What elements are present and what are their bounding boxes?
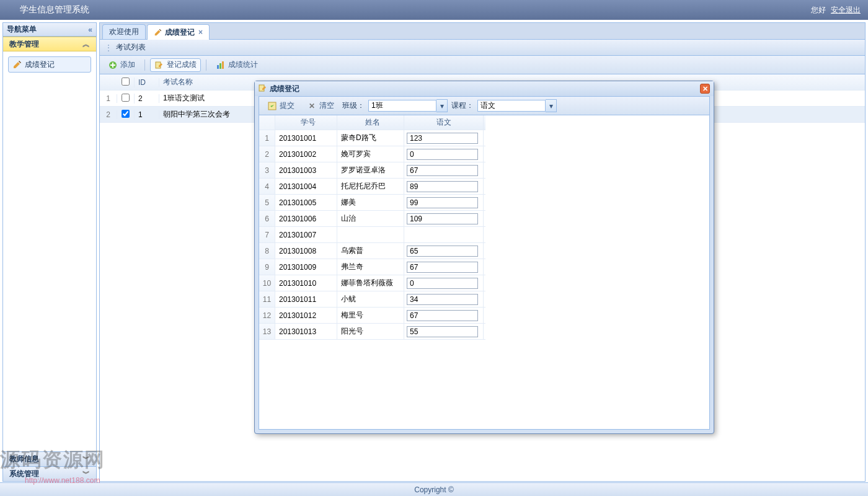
collapse-icon[interactable]: « <box>88 25 92 34</box>
cell-score <box>404 162 484 178</box>
greeting-text: 您好 <box>811 5 826 16</box>
sidebar-item-grade-register[interactable]: 成绩登记 <box>8 56 91 73</box>
tab-label: 欢迎使用 <box>109 27 139 37</box>
row-number: 10 <box>259 275 275 291</box>
table-row: 7 201301007 <box>259 227 485 243</box>
cell-student-name: 罗罗诺亚卓洛 <box>337 162 404 178</box>
table-row: 4 201301004 托尼托尼乔巴 <box>259 179 485 195</box>
cell-sno: 201301009 <box>275 259 337 275</box>
row-checkbox[interactable] <box>122 110 130 118</box>
score-input[interactable] <box>407 181 478 192</box>
col-id: ID <box>135 78 159 87</box>
cell-score <box>404 130 484 146</box>
pencil-icon <box>12 60 22 69</box>
clear-button[interactable]: ✕ 清空 <box>303 99 339 113</box>
class-input[interactable] <box>368 100 436 112</box>
cell-student-name: 娩可罗宾 <box>337 146 404 162</box>
accordion-teacher[interactable]: 教师信息 ︾ <box>3 451 96 466</box>
cell-score <box>404 259 484 275</box>
edit-list-icon <box>259 84 267 94</box>
score-input[interactable] <box>407 165 478 176</box>
separator <box>206 60 206 71</box>
tab-bar: 欢迎使用 成绩登记 × <box>99 22 866 40</box>
course-input[interactable] <box>477 100 546 112</box>
cell-sno: 201301001 <box>275 130 337 146</box>
cell-score <box>404 195 484 210</box>
cell-student-name: 娜菲鲁塔利薇薇 <box>337 275 404 291</box>
cell-sno: 201301013 <box>275 324 337 339</box>
row-number: 12 <box>259 308 275 323</box>
accordion-label: 系统管理 <box>9 469 39 479</box>
panel-title-text: 考试列表 <box>116 42 146 53</box>
sidebar-item-label: 成绩登记 <box>25 60 55 70</box>
close-icon[interactable]: ✕ <box>700 84 710 94</box>
register-grade-button[interactable]: 登记成绩 <box>150 58 201 72</box>
table-row: 2 201301002 娩可罗宾 <box>259 146 485 162</box>
stats-button[interactable]: 成绩统计 <box>211 58 262 72</box>
chevron-down-icon[interactable]: ▾ <box>546 99 557 112</box>
row-number: 8 <box>259 243 275 259</box>
cell-student-name: 阳光号 <box>337 324 404 339</box>
toolbar-label: 登记成绩 <box>167 60 197 70</box>
course-combo[interactable]: ▾ <box>477 99 557 112</box>
toolbar-label: 清空 <box>319 100 334 111</box>
checkbox-all[interactable] <box>122 78 130 86</box>
table-row: 9 201301009 弗兰奇 <box>259 259 485 275</box>
cell-sno: 201301011 <box>275 291 337 307</box>
tab-grade-register[interactable]: 成绩登记 × <box>147 24 210 40</box>
edit-list-icon <box>154 60 164 70</box>
score-input[interactable] <box>407 246 478 257</box>
accordion-body: 成绩登记 <box>3 51 96 451</box>
sidebar: 导航菜单 « 教学管理 ︽ 成绩登记 教师信息 ︾ 系统管理 ︾ <box>2 22 97 482</box>
row-number: 5 <box>259 195 275 210</box>
cell-sno: 201301007 <box>275 227 337 242</box>
score-input[interactable] <box>407 149 478 160</box>
accordion-system[interactable]: 系统管理 ︾ <box>3 466 96 481</box>
table-row: 1 201301001 蒙奇D路飞 <box>259 130 485 146</box>
logout-link[interactable]: 安全退出 <box>831 5 861 16</box>
svg-rect-2 <box>217 65 219 69</box>
bar-chart-icon <box>216 60 226 70</box>
svg-rect-3 <box>219 63 221 69</box>
accordion-teaching[interactable]: 教学管理 ︽ <box>3 37 96 51</box>
sidebar-title: 导航菜单 « <box>3 23 96 37</box>
col-score: 语文 <box>404 115 484 130</box>
score-input[interactable] <box>407 310 478 321</box>
tab-close-icon[interactable]: × <box>198 28 203 37</box>
chevrons-down-icon: ︾ <box>82 469 90 479</box>
cell-id: 1 <box>135 110 159 119</box>
score-input[interactable] <box>407 197 478 208</box>
cell-student-name: 梅里号 <box>337 308 404 323</box>
row-number: 1 <box>100 94 117 103</box>
submit-button[interactable]: 提交 <box>263 99 299 113</box>
grip-icon: ⋮ <box>105 43 112 52</box>
row-checkbox[interactable] <box>122 94 130 102</box>
row-number: 2 <box>100 110 117 119</box>
pencil-icon <box>154 28 162 37</box>
student-grid: 学号 姓名 语文 1 201301001 蒙奇D路飞 2 201301002 娩… <box>259 115 485 340</box>
grade-dialog: 成绩登记 ✕ 提交 ✕ 清空 班级： ▾ 课程： ▾ <box>254 81 714 434</box>
score-input[interactable] <box>407 262 478 273</box>
chevron-down-icon[interactable]: ▾ <box>436 99 448 112</box>
cell-score <box>404 291 484 307</box>
add-button[interactable]: 添加 <box>104 58 140 72</box>
exam-toolbar: 添加 登记成绩 成绩统计 <box>100 56 865 74</box>
accordion-label: 教师信息 <box>9 454 39 464</box>
row-number: 6 <box>259 211 275 226</box>
score-input[interactable] <box>407 294 478 305</box>
col-sno: 学号 <box>275 115 337 130</box>
app-title: 学生信息管理系统 <box>20 4 89 16</box>
score-input[interactable] <box>407 213 478 224</box>
dialog-titlebar[interactable]: 成绩登记 ✕ <box>255 81 714 96</box>
tab-welcome[interactable]: 欢迎使用 <box>102 24 146 39</box>
separator <box>144 60 145 71</box>
score-input[interactable] <box>407 278 478 289</box>
class-combo[interactable]: ▾ <box>368 99 448 112</box>
table-row: 12 201301012 梅里号 <box>259 308 485 324</box>
table-row: 6 201301006 山治 <box>259 211 485 227</box>
student-grid-header: 学号 姓名 语文 <box>259 115 485 130</box>
cell-student-name: 小鱿 <box>337 291 404 307</box>
score-input[interactable] <box>407 133 478 144</box>
cell-id: 2 <box>135 94 159 103</box>
score-input[interactable] <box>407 326 478 337</box>
